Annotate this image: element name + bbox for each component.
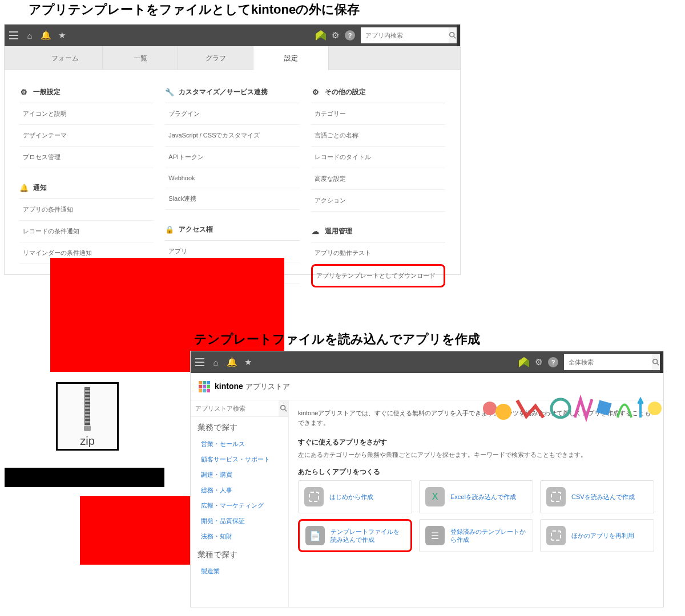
search-button[interactable] [652, 354, 660, 370]
star-icon[interactable]: ★ [243, 358, 252, 367]
notification-icon[interactable]: 🔔 [227, 358, 236, 367]
section-ops: ☁運用管理 [311, 221, 445, 242]
kintone-logo-icon [316, 30, 326, 40]
app-search-input[interactable] [361, 27, 449, 43]
zip-file-icon: zip [56, 382, 119, 451]
tab-bar: フォーム 一覧 グラフ 設定 [5, 46, 460, 70]
svg-rect-7 [597, 400, 612, 416]
section-notifications: 🔔通知 [19, 177, 154, 199]
menu-icon[interactable] [9, 31, 18, 40]
appstore-header: kintone アプリストア [191, 373, 663, 400]
svg-line-3 [657, 363, 659, 366]
card-registered-template[interactable]: ☰ 登録済みのテンプレートから作成 [419, 519, 533, 552]
card-label: CSVを読み込んで作成 [571, 493, 635, 501]
store-search[interactable] [191, 400, 288, 417]
section-title: その他の設定 [325, 87, 366, 97]
side-link[interactable]: 顧客サービス・サポート [191, 452, 288, 467]
star-icon[interactable]: ★ [57, 31, 66, 40]
link-icon-desc[interactable]: アイコンと説明 [19, 103, 154, 125]
section-create-apps: あたらしくアプリをつくる [298, 467, 654, 477]
link-record-title[interactable]: レコードのタイトル [311, 147, 445, 168]
cloud-icon: ☁ [311, 227, 320, 236]
lock-icon: 🔒 [165, 225, 174, 234]
list-icon: ☰ [425, 526, 445, 545]
link-lang-name[interactable]: 言語ごとの名称 [311, 125, 445, 147]
apps-grid-icon [199, 381, 210, 392]
card-create-scratch[interactable]: はじめから作成 [298, 480, 412, 513]
link-record-notify[interactable]: レコードの条件通知 [19, 221, 154, 242]
search-button[interactable] [449, 27, 457, 43]
help-icon[interactable]: ? [345, 30, 355, 40]
side-link[interactable]: 調達・購買 [191, 467, 288, 483]
side-link[interactable]: 開発・品質保証 [191, 513, 288, 529]
app-search[interactable] [361, 27, 452, 43]
gear-icon[interactable]: ⚙ [535, 357, 542, 367]
card-reuse-app[interactable]: ほかのアプリを再利用 [540, 519, 654, 552]
search-button[interactable] [279, 400, 288, 416]
section-title: カスタマイズ／サービス連携 [179, 87, 268, 97]
link-design-theme[interactable]: デザインテーマ [19, 125, 154, 147]
brand-title: kintone アプリストア [215, 382, 290, 392]
settings-screenshot: ⌂ 🔔 ★ ⚙ ? フォーム 一覧 グラフ 設定 ⚙一般設定 アイコンと説明 デ… [4, 24, 461, 275]
svg-line-10 [284, 410, 287, 412]
zipper-tab-icon [84, 425, 91, 431]
dashed-square-icon [546, 526, 566, 545]
zipper-icon [84, 387, 90, 425]
svg-point-0 [450, 33, 454, 37]
global-search-input[interactable] [564, 354, 652, 370]
section-other: ⚙その他の設定 [311, 82, 445, 103]
card-label: テンプレートファイルを読み込んで作成 [331, 528, 405, 544]
tab-list[interactable]: 一覧 [103, 46, 178, 70]
link-action[interactable]: アクション [311, 190, 445, 212]
link-app-test[interactable]: アプリの動作テスト [311, 242, 445, 264]
link-advanced[interactable]: 高度な設定 [311, 168, 445, 190]
appstore-main: kintoneアプリストアでは、すぐに使える無料のアプリを入手できます。パーツを… [289, 400, 663, 607]
link-category[interactable]: カテゴリー [311, 103, 445, 125]
side-heading-business: 業務で探す [191, 417, 288, 436]
svg-point-9 [280, 406, 285, 410]
card-import-csv[interactable]: CSVを読み込んで作成 [540, 480, 654, 513]
link-plugin[interactable]: プラグイン [165, 103, 299, 125]
section-access: 🔒アクセス権 [165, 219, 299, 241]
home-icon[interactable]: ⌂ [211, 358, 220, 367]
card-import-excel[interactable]: X Excelを読み込んで作成 [419, 480, 533, 513]
tab-graph[interactable]: グラフ [178, 46, 253, 70]
wrench-icon: 🔧 [165, 88, 174, 97]
card-import-template-file[interactable]: 📄 テンプレートファイルを読み込んで作成 [298, 519, 412, 552]
tab-form[interactable]: フォーム [27, 46, 103, 70]
kintone-logo-icon [519, 357, 529, 367]
dashed-square-icon [304, 487, 324, 506]
section-title: 一般設定 [33, 87, 61, 97]
link-apitoken[interactable]: APIトークン [165, 147, 299, 168]
link-app-notify[interactable]: アプリの条件通知 [19, 199, 154, 221]
menu-icon[interactable] [195, 358, 204, 367]
svg-point-5 [495, 404, 511, 420]
section-customize: 🔧カスタマイズ／サービス連携 [165, 82, 299, 103]
section-title: 運用管理 [325, 226, 352, 236]
link-jscss[interactable]: JavaScript / CSSでカスタマイズ [165, 125, 299, 147]
section-find-desc: 左にあるカテゴリーから業務や業種ごとにアプリを探せます。キーワードで検索すること… [298, 451, 654, 459]
link-download-template[interactable]: アプリをテンプレートとしてダウンロード [311, 264, 445, 287]
global-search[interactable] [564, 354, 655, 370]
side-link[interactable]: 法務・知財 [191, 529, 288, 544]
tab-settings[interactable]: 設定 [253, 46, 329, 70]
link-process[interactable]: プロセス管理 [19, 147, 154, 168]
side-link[interactable]: 製造業 [191, 564, 288, 579]
annotation-title-1: アプリテンプレートをファイルとしてkintoneの外に保存 [29, 1, 360, 18]
link-slack[interactable]: Slack連携 [165, 188, 299, 210]
help-icon[interactable]: ? [548, 357, 558, 367]
decorative-banner-icon [481, 395, 663, 422]
gear-icon[interactable]: ⚙ [332, 30, 339, 40]
top-bar: ⌂ 🔔 ★ ⚙ ? [191, 351, 663, 373]
card-label: ほかのアプリを再利用 [571, 532, 634, 540]
home-icon[interactable]: ⌂ [25, 31, 34, 40]
side-link[interactable]: 総務・人事 [191, 483, 288, 498]
link-webhook[interactable]: Webhook [165, 168, 299, 188]
section-title: アクセス権 [179, 225, 213, 234]
side-link[interactable]: 広報・マーケティング [191, 498, 288, 513]
bell-icon: 🔔 [19, 184, 29, 193]
side-link[interactable]: 営業・セールス [191, 436, 288, 452]
svg-point-2 [653, 359, 658, 364]
store-search-input[interactable] [191, 400, 279, 416]
notification-icon[interactable]: 🔔 [41, 31, 50, 40]
